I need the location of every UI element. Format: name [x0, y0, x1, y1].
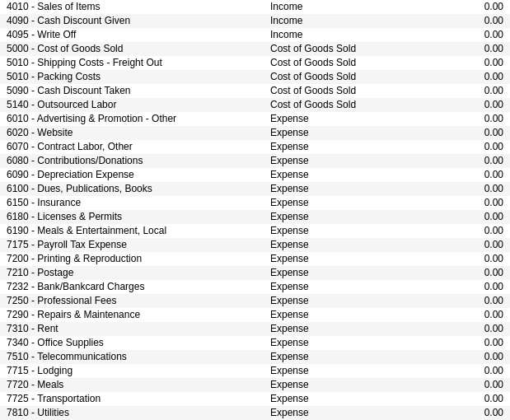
table-row: 7310 - RentExpense0.00 — [0, 322, 510, 336]
account-type: Cost of Goods Sold — [270, 85, 435, 97]
account-type: Income — [270, 15, 435, 27]
account-name: 7510 - Telecommunications — [7, 351, 270, 363]
table-row: 5000 - Cost of Goods SoldCost of Goods S… — [0, 42, 510, 56]
account-type: Cost of Goods Sold — [270, 43, 435, 55]
account-amount: 0.00 — [435, 225, 503, 237]
account-type: Expense — [270, 323, 435, 335]
account-type: Expense — [270, 113, 435, 125]
accounts-table: 4010 - Sales of ItemsIncome0.004090 - Ca… — [0, 0, 510, 420]
account-amount: 0.00 — [435, 379, 503, 391]
account-type: Cost of Goods Sold — [270, 71, 435, 83]
account-name: 6070 - Contract Labor, Other — [7, 141, 270, 153]
table-row: 7232 - Bank/Bankcard ChargesExpense0.00 — [0, 280, 510, 294]
table-row: 5090 - Cash Discount TakenCost of Goods … — [0, 84, 510, 98]
table-row: 7210 - PostageExpense0.00 — [0, 266, 510, 280]
table-row: 6190 - Meals & Entertainment, LocalExpen… — [0, 224, 510, 238]
table-row: 5010 - Packing CostsCost of Goods Sold0.… — [0, 70, 510, 84]
account-name: 5140 - Outsourced Labor — [7, 99, 270, 111]
account-amount: 0.00 — [435, 197, 503, 209]
account-name: 7232 - Bank/Bankcard Charges — [7, 281, 270, 293]
account-type: Expense — [270, 309, 435, 321]
account-amount: 0.00 — [435, 211, 503, 223]
account-amount: 0.00 — [435, 183, 503, 195]
account-name: 7175 - Payroll Tax Expense — [7, 239, 270, 251]
account-type: Expense — [270, 393, 435, 405]
account-type: Expense — [270, 211, 435, 223]
account-type: Expense — [270, 197, 435, 209]
account-type: Income — [270, 1, 435, 13]
account-amount: 0.00 — [435, 15, 503, 27]
table-row: 7250 - Professional FeesExpense0.00 — [0, 294, 510, 308]
table-row: 6020 - WebsiteExpense0.00 — [0, 126, 510, 140]
account-amount: 0.00 — [435, 351, 503, 363]
account-name: 6100 - Dues, Publications, Books — [7, 183, 270, 195]
account-type: Expense — [270, 267, 435, 279]
account-amount: 0.00 — [435, 29, 503, 41]
account-type: Expense — [270, 225, 435, 237]
account-amount: 0.00 — [435, 407, 503, 419]
account-name: 6020 - Website — [7, 127, 270, 139]
account-amount: 0.00 — [435, 267, 503, 279]
account-amount: 0.00 — [435, 141, 503, 153]
account-name: 6090 - Depreciation Expense — [7, 169, 270, 181]
account-amount: 0.00 — [435, 85, 503, 97]
account-name: 7810 - Utilities — [7, 407, 270, 419]
account-type: Expense — [270, 281, 435, 293]
account-name: 4090 - Cash Discount Given — [7, 15, 270, 27]
account-name: 7250 - Professional Fees — [7, 295, 270, 307]
table-row: 4090 - Cash Discount GivenIncome0.00 — [0, 14, 510, 28]
account-amount: 0.00 — [435, 309, 503, 321]
account-name: 5090 - Cash Discount Taken — [7, 85, 270, 97]
account-name: 7715 - Lodging — [7, 365, 270, 377]
account-type: Expense — [270, 239, 435, 251]
table-row: 7720 - MealsExpense0.00 — [0, 378, 510, 392]
account-type: Expense — [270, 253, 435, 265]
table-row: 7175 - Payroll Tax ExpenseExpense0.00 — [0, 238, 510, 252]
table-row: 4010 - Sales of ItemsIncome0.00 — [0, 0, 510, 14]
account-name: 7340 - Office Supplies — [7, 337, 270, 349]
account-type: Cost of Goods Sold — [270, 99, 435, 111]
account-name: 7310 - Rent — [7, 323, 270, 335]
account-name: 4095 - Write Off — [7, 29, 270, 41]
table-row: 7725 - TransportationExpense0.00 — [0, 392, 510, 406]
account-name: 6010 - Advertising & Promotion - Other — [7, 113, 270, 125]
account-type: Expense — [270, 337, 435, 349]
table-row: 7200 - Printing & ReproductionExpense0.0… — [0, 252, 510, 266]
account-type: Expense — [270, 141, 435, 153]
account-type: Expense — [270, 379, 435, 391]
account-name: 6190 - Meals & Entertainment, Local — [7, 225, 270, 237]
account-name: 4010 - Sales of Items — [7, 1, 270, 13]
account-name: 7210 - Postage — [7, 267, 270, 279]
table-row: 6180 - Licenses & PermitsExpense0.00 — [0, 210, 510, 224]
account-name: 5010 - Packing Costs — [7, 71, 270, 83]
table-row: 7340 - Office SuppliesExpense0.00 — [0, 336, 510, 350]
account-amount: 0.00 — [435, 253, 503, 265]
account-name: 7200 - Printing & Reproduction — [7, 253, 270, 265]
account-type: Expense — [270, 407, 435, 419]
table-row: 6150 - InsuranceExpense0.00 — [0, 196, 510, 210]
account-amount: 0.00 — [435, 239, 503, 251]
account-amount: 0.00 — [435, 43, 503, 55]
account-name: 7725 - Transportation — [7, 393, 270, 405]
table-row: 6090 - Depreciation ExpenseExpense0.00 — [0, 168, 510, 182]
account-type: Expense — [270, 365, 435, 377]
table-row: 6080 - Contributions/DonationsExpense0.0… — [0, 154, 510, 168]
table-row: 7715 - LodgingExpense0.00 — [0, 364, 510, 378]
table-row: 6070 - Contract Labor, OtherExpense0.00 — [0, 140, 510, 154]
table-row: 4095 - Write OffIncome0.00 — [0, 28, 510, 42]
account-amount: 0.00 — [435, 169, 503, 181]
table-row: 5010 - Shipping Costs - Freight OutCost … — [0, 56, 510, 70]
table-row: 7510 - TelecommunicationsExpense0.00 — [0, 350, 510, 364]
account-name: 6150 - Insurance — [7, 197, 270, 209]
account-amount: 0.00 — [435, 57, 503, 69]
account-amount: 0.00 — [435, 393, 503, 405]
table-row: 6100 - Dues, Publications, BooksExpense0… — [0, 182, 510, 196]
account-amount: 0.00 — [435, 323, 503, 335]
account-amount: 0.00 — [435, 155, 503, 167]
account-type: Expense — [270, 127, 435, 139]
account-amount: 0.00 — [435, 365, 503, 377]
account-amount: 0.00 — [435, 71, 503, 83]
account-type: Expense — [270, 295, 435, 307]
table-row: 7810 - UtilitiesExpense0.00 — [0, 406, 510, 420]
account-type: Expense — [270, 183, 435, 195]
